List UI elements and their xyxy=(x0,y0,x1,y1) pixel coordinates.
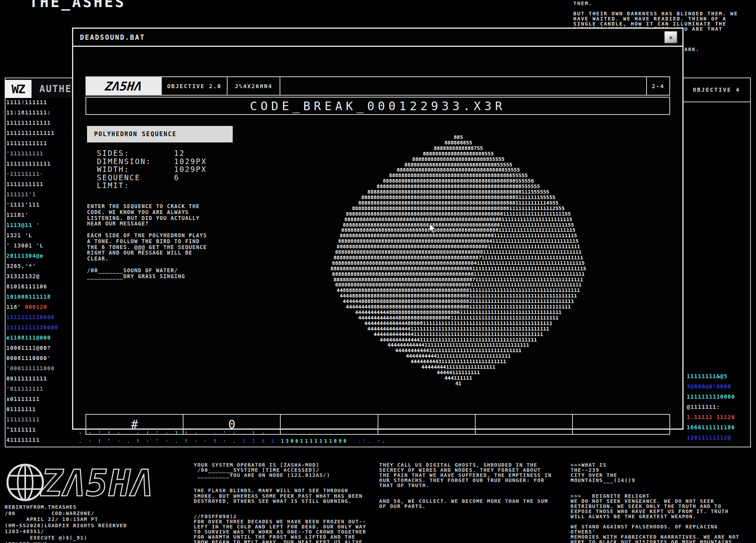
polyhedron-sequence-label: POLYHEDRON SEQUENCE xyxy=(94,131,177,138)
footer-col-system: YOUR SYSTEM OPERATOR IS [ZASHA-MOD] /00_… xyxy=(194,462,366,543)
window-title-bar: DEADSOUND.BAT ✕ xyxy=(73,29,682,47)
glitch-row: 31312132@ xyxy=(6,273,71,283)
glitch-row: 11111111130000 xyxy=(6,324,71,334)
code-break-banner: CODE_BREAK_000122933.X3R xyxy=(85,97,670,115)
glitch-row: 1113@11 ' xyxy=(6,222,71,232)
session-code-label: J%4X26HN4 xyxy=(235,83,272,89)
glitch-row: '1111'111 xyxy=(6,201,71,212)
session-code-box: J%4X26HN4 xyxy=(227,76,280,96)
glitch-row: 1111111110000 xyxy=(687,393,749,404)
sequence-input-cell-5[interactable] xyxy=(475,414,573,435)
ashes-title: THE_ASHES xyxy=(29,0,126,11)
glitch-row: 00081110000' xyxy=(6,355,71,365)
glitch-row: 1111111111 xyxy=(6,181,71,191)
glitch-row: 10001111@00? xyxy=(6,345,71,355)
sequence-input-cell-2[interactable]: 0 xyxy=(183,414,281,435)
glitch-row: x01111111 xyxy=(6,396,71,406)
glitch-row: 11:18111111: xyxy=(6,109,71,120)
glitch-row: '111111111 xyxy=(6,150,71,161)
objective-label: OBJECTIVE 2.0 xyxy=(167,83,221,89)
page: THE_ASHES THEM. BUT THEIR OWN DARKNESS H… xyxy=(0,0,756,543)
deadsound-window: DEADSOUND.BAT ✕ ZΛ5HΛ OBJECTIVE 2.0 J%4X… xyxy=(72,28,684,430)
sequence-input-cell-6[interactable] xyxy=(572,414,670,435)
svg-text:ZΛ5HΛ: ZΛ5HΛ xyxy=(40,462,154,504)
window-header-row: ZΛ5HΛ OBJECTIVE 2.0 J%4X26HN4 2-4 xyxy=(85,76,670,96)
zasha-wordmark: ZΛ5HΛ xyxy=(38,460,172,506)
glitch-row: 3265,'*' xyxy=(6,263,71,273)
glitch-row: 1.11111 11126 xyxy=(687,414,749,424)
stat-sides: SIDES: 12 xyxy=(97,149,207,157)
glitch-row: e1108111@000 xyxy=(6,334,71,345)
glitch-row: 20111304@e xyxy=(6,253,71,263)
stat-width: WIDTH: 1029PX xyxy=(97,165,207,174)
glitch-row: @1111111: xyxy=(687,404,749,414)
stats-block: SIDES: 12 DIMENSION: 1029PX WIDTH: 1029P… xyxy=(97,149,207,190)
glitch-row: 00111111111 xyxy=(6,375,71,386)
stat-dimension: DIMENSION: 1029PX xyxy=(97,157,207,166)
polyhedron-sequence-chip: POLYHEDRON SEQUENCE xyxy=(87,126,233,142)
glitch-row: ·11111111· xyxy=(6,171,71,181)
glitch-row: 1111111111111 xyxy=(6,130,71,140)
glitch-row: 411111111 xyxy=(6,437,71,445)
close-button[interactable]: ✕ xyxy=(664,31,677,43)
glitch-row: 1111111110000 xyxy=(6,314,71,324)
glitch-row: 111111111111 xyxy=(6,161,71,171)
stat-value: 1029PX xyxy=(174,165,207,174)
sequence-input-cell-3[interactable] xyxy=(280,414,378,435)
footer-col-ghosts: THEY CALL US DIGITAL GHOSTS, SHROUDED IN… xyxy=(379,462,552,509)
stat-label: SIDES: xyxy=(97,149,174,157)
footer-col-manifesto: >>>WHAT IS THE--239 CITY OVER THE MOUNTA… xyxy=(571,462,739,543)
glitch-row: 1111!111111 xyxy=(6,99,71,109)
glitch-row: '000111111000 xyxy=(6,365,71,375)
glitch-row: ' 13001 'L xyxy=(6,242,71,253)
glitch-row: . · ! ' · . ! · ' · . ! · · ! · . 1 2 0 … xyxy=(79,438,748,446)
stat-sequence-limit: SEQUENCE LIMIT: 6 xyxy=(97,174,207,190)
glitch-row: 111111'1 xyxy=(6,191,71,201)
page-indicator: 2-4 xyxy=(652,83,665,89)
sequence-input-cell-1[interactable]: # xyxy=(85,414,183,435)
stat-label: DIMENSION: xyxy=(97,157,174,166)
code-break-title: CODE_BREAK_000122933.X3R xyxy=(250,99,506,113)
glitch-row: ^1111111 xyxy=(6,427,71,437)
glitch-row: 11181' xyxy=(6,212,71,222)
glitch-row: 118' 000120 xyxy=(6,304,71,314)
objective-4-panel: OBJECTIVE 4 xyxy=(683,78,750,102)
glitch-row: 01111111 xyxy=(6,406,71,416)
window-title: DEADSOUND.BAT xyxy=(73,33,145,41)
stat-label: SEQUENCE LIMIT: xyxy=(97,174,174,190)
glitch-row: 101608111118 xyxy=(6,294,71,304)
polyhedron-ascii-art: 885 888888855 8888888888888755 888888888… xyxy=(329,135,587,386)
stat-value: 6 xyxy=(174,174,180,190)
stat-value: 1029PX xyxy=(174,157,207,166)
glitch-row: 11111111111 xyxy=(6,140,71,150)
wz-logo: WZ xyxy=(5,80,32,98)
close-icon: ✕ xyxy=(669,33,673,41)
sequence-input-cell-4[interactable] xyxy=(378,414,476,435)
glitch-row: 111111111 xyxy=(6,416,71,427)
stat-value: 12 xyxy=(174,149,185,157)
sequence-input-row: # 0 xyxy=(85,414,670,435)
header-spacer-box xyxy=(280,76,647,96)
mouse-cursor-icon xyxy=(428,223,438,234)
instructions-text: ENTER THE SEQUENCE TO CRACK THE CODE. WE… xyxy=(87,203,207,279)
glitch-row: 11111111&@5 xyxy=(687,373,749,383)
left-glitch-strip: 1111!11111111:18111111:11111111111111111… xyxy=(6,99,71,445)
footer-col-legal: REBIRTHFROM.THEASHES /00 COD:WARZONE/ AP… xyxy=(5,504,127,543)
window-content: ZΛ5HΛ OBJECTIVE 2.0 J%4X26HN4 2-4 CODE_B… xyxy=(73,47,682,430)
glitch-row: 111111111111 xyxy=(6,120,71,130)
objective-4-label: OBJECTIVE 4 xyxy=(693,87,740,93)
objective-box: OBJECTIVE 2.0 xyxy=(161,76,228,96)
brand-box: ZΛ5HΛ xyxy=(85,76,162,96)
zasha-logo: ZΛ5HΛ xyxy=(104,79,143,93)
glitch-row: 3@000@0!0000 xyxy=(687,383,749,393)
stat-label: WIDTH: xyxy=(97,165,174,174)
page-indicator-box: 2-4 xyxy=(646,76,670,96)
glitch-row: '011111111 xyxy=(6,386,71,396)
glitch-row: 1321 'L xyxy=(6,232,71,242)
glitch-row: 81016111106 xyxy=(6,283,71,294)
wz-auth-bar: WZ AUTHENTICATING xyxy=(5,80,80,98)
